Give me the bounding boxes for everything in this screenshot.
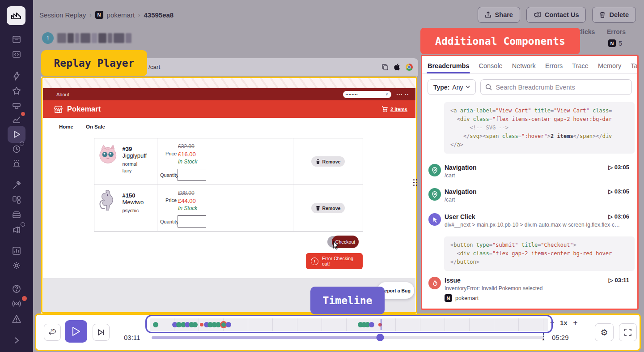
topbar-actions: Share Contact Us Delete: [478, 7, 636, 23]
player-settings-button[interactable]: ⚙: [595, 323, 614, 341]
item-number: #150: [122, 192, 135, 199]
settings-icon[interactable]: [0, 259, 33, 272]
announcements-icon[interactable]: [0, 223, 33, 236]
current-time: 03:11: [124, 334, 140, 341]
data-source-icon[interactable]: [0, 47, 33, 61]
quantity-input[interactable]: [178, 215, 206, 228]
tab-breadcrumbs[interactable]: Breadcrumbs: [428, 62, 469, 69]
page-brand[interactable]: Pokemart: [67, 105, 101, 113]
cart-link[interactable]: 2 items: [381, 106, 407, 112]
cursor-click-icon: [428, 213, 441, 226]
end-marker: ! ▲: [541, 333, 546, 341]
issue-project-chip: N pokemart: [445, 294, 633, 302]
warnings-icon[interactable]: [0, 312, 33, 326]
megaphone-icon: [534, 11, 541, 18]
presentation-icon[interactable]: [0, 99, 33, 113]
event-user-click[interactable]: User Click div#__next > main.px-10.pb-10…: [428, 213, 633, 228]
dashboards-icon[interactable]: [0, 193, 33, 207]
speed-plus-button[interactable]: +: [573, 318, 577, 327]
tab-errors[interactable]: Errors: [545, 62, 563, 69]
svg-text:10: 10: [51, 329, 54, 332]
help-icon[interactable]: [0, 282, 33, 296]
notebooks-icon[interactable]: [0, 33, 33, 46]
trash-icon: [316, 159, 320, 164]
flame-icon: [428, 277, 441, 289]
share-button[interactable]: Share: [478, 7, 520, 23]
remove-button[interactable]: Remove: [311, 203, 345, 213]
posthog-logo[interactable]: [7, 6, 25, 25]
tab-tags[interactable]: Ta: [631, 62, 637, 69]
breadcrumb-project[interactable]: pokemart: [107, 11, 135, 19]
tab-console[interactable]: Console: [479, 62, 502, 69]
seekbar-knob[interactable]: [376, 334, 384, 341]
nav-home-link[interactable]: Home: [59, 124, 73, 129]
mewtwo-image: [98, 189, 118, 214]
apple-icon: [394, 64, 400, 71]
type-filter-dropdown[interactable]: Type: Any: [428, 79, 476, 95]
tab-trace[interactable]: Trace: [572, 62, 589, 69]
event-issue[interactable]: Issue InventoryError: Invalid Pokemon se…: [428, 277, 633, 302]
reports-chart-icon[interactable]: [0, 244, 33, 258]
share-icon: [485, 11, 491, 18]
masked-session-name: [57, 33, 131, 43]
copy-icon[interactable]: [381, 64, 389, 71]
item-type: psychic: [122, 207, 157, 214]
collapse-chevron-icon[interactable]: [0, 334, 33, 347]
contact-us-button[interactable]: Contact Us: [526, 7, 586, 23]
page-about-link[interactable]: About: [56, 92, 69, 97]
item-type: normal: [123, 161, 157, 167]
breadcrumb-search-input[interactable]: Search Breadcrumb Events: [480, 79, 632, 95]
trash-icon: [316, 206, 320, 211]
breadcrumb-event-list[interactable]: <a aria-label="View Cart" title="View Ca…: [422, 99, 637, 302]
starred-icon[interactable]: [0, 84, 33, 98]
errors-stat-value: N 5: [608, 39, 622, 47]
event-navigation-1[interactable]: Navigation /cart ▷ 03:05: [428, 164, 633, 179]
speed-value[interactable]: 1x: [560, 319, 567, 326]
remove-button[interactable]: Remove: [311, 156, 345, 167]
history-icon[interactable]: [0, 142, 33, 156]
nextjs-logo-icon: N: [608, 39, 616, 47]
event-timestamp[interactable]: ▷ 03:11: [609, 277, 629, 283]
products-box-icon[interactable]: [0, 208, 33, 222]
event-timestamp[interactable]: ▷ 03:06: [608, 213, 629, 220]
event-navigation-2[interactable]: Navigation /cart ▷ 03:05: [428, 188, 633, 203]
play-button[interactable]: [65, 320, 87, 343]
tab-memory[interactable]: Memory: [598, 62, 621, 69]
stock-status: In Stock: [178, 158, 197, 166]
session-replay-icon[interactable]: [0, 128, 33, 141]
tab-network[interactable]: Network: [512, 62, 536, 69]
breadcrumb-root[interactable]: Session Replay: [39, 11, 86, 19]
alerts-icon[interactable]: [0, 157, 33, 171]
item-name: Mewtwo: [122, 199, 144, 206]
gear-icon: ⚙: [600, 327, 608, 338]
trash-icon: [599, 11, 606, 18]
seekbar[interactable]: [152, 336, 544, 339]
timeline-annotation-border: [145, 315, 553, 333]
masked-select[interactable]: ••••••••∨: [343, 91, 391, 98]
cursor-icon: [332, 241, 339, 250]
activity-bolt-icon[interactable]: [0, 69, 33, 83]
nav-onsale-link[interactable]: On Sale: [86, 124, 105, 129]
alert-icon: !: [311, 258, 318, 265]
fullscreen-button[interactable]: [619, 323, 637, 341]
inspector-tabs: Breadcrumbs Console Network Errors Trace…: [422, 56, 637, 69]
pane-resize-handle[interactable]: [413, 179, 417, 186]
quantity-input[interactable]: [178, 169, 206, 181]
sale-price: £16.00: [178, 150, 197, 158]
trends-icon[interactable]: [0, 112, 33, 126]
jigglypuff-image: [98, 143, 118, 165]
event-timestamp[interactable]: ▷ 03:05: [608, 164, 629, 171]
skip-to-end-button[interactable]: [93, 324, 110, 341]
toolbar-hammer-icon[interactable]: [0, 179, 33, 192]
code-snippet: <a aria-label="View Cart" title="View Ca…: [444, 102, 635, 154]
navigation-pin-icon: [428, 164, 441, 176]
cart-row-mewtwo: #150 Mewtwo psychic Price £88.00 £44.00 …: [94, 185, 363, 231]
rewind-10-button[interactable]: 10: [44, 324, 61, 341]
live-events-icon[interactable]: [0, 297, 33, 310]
event-timestamp[interactable]: ▷ 03:05: [608, 188, 629, 195]
session-index-badge: 1: [42, 32, 54, 44]
code-snippet: <button type="submit" title="Checkout"> …: [444, 236, 635, 271]
breadcrumb: Session Replay › N pokemart › 43595ea8: [39, 11, 174, 19]
item-number: #39: [123, 146, 132, 152]
delete-button[interactable]: Delete: [592, 7, 636, 23]
